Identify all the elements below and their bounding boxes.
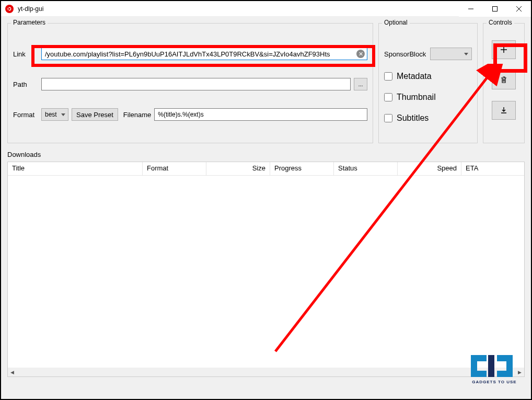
format-select[interactable]: best bbox=[41, 108, 68, 121]
optional-group: Optional SponsorBlock Metadata Thumbnail… bbox=[378, 23, 478, 143]
titlebar: yt-dlp-gui bbox=[1, 1, 531, 17]
subtitles-label: Subtitles bbox=[397, 113, 429, 123]
col-size[interactable]: Size bbox=[206, 162, 270, 175]
trash-icon bbox=[500, 76, 508, 84]
svg-rect-7 bbox=[488, 355, 494, 377]
scroll-left-icon[interactable]: ◀ bbox=[8, 368, 17, 376]
thumbnail-checkbox[interactable] bbox=[384, 93, 392, 101]
plus-icon bbox=[500, 45, 508, 54]
filename-label: Filename bbox=[123, 111, 151, 119]
download-button[interactable] bbox=[492, 101, 516, 120]
thumbnail-label: Thumbnail bbox=[397, 93, 436, 102]
subtitles-checkbox[interactable] bbox=[384, 114, 392, 122]
downloads-table: Title Format Size Progress Status Speed … bbox=[7, 162, 525, 377]
minimize-button[interactable] bbox=[459, 1, 483, 17]
controls-title: Controls bbox=[487, 19, 514, 26]
parameters-group: Parameters Link /youtube.com/playlist?li… bbox=[7, 23, 373, 143]
browse-button[interactable]: ... bbox=[354, 78, 367, 90]
col-status[interactable]: Status bbox=[334, 162, 398, 175]
link-label: Link bbox=[13, 50, 38, 58]
add-button[interactable] bbox=[492, 40, 516, 59]
download-icon bbox=[500, 106, 508, 115]
delete-button[interactable] bbox=[492, 71, 516, 89]
format-label: Format bbox=[13, 111, 38, 119]
metadata-checkbox[interactable] bbox=[384, 72, 392, 81]
clear-link-icon[interactable]: ✕ bbox=[356, 50, 365, 58]
app-title: yt-dlp-gui bbox=[18, 5, 43, 13]
col-eta[interactable]: ETA bbox=[461, 162, 524, 175]
col-progress[interactable]: Progress bbox=[270, 162, 334, 175]
metadata-label: Metadata bbox=[397, 72, 432, 81]
svg-rect-1 bbox=[493, 6, 498, 11]
col-format[interactable]: Format bbox=[143, 162, 206, 175]
controls-group: Controls bbox=[483, 23, 525, 143]
maximize-button[interactable] bbox=[483, 1, 507, 17]
app-icon bbox=[5, 5, 14, 13]
path-input[interactable] bbox=[41, 78, 351, 90]
save-preset-button[interactable]: Save Preset bbox=[72, 108, 118, 121]
close-button[interactable] bbox=[507, 1, 531, 17]
watermark: GADGETS TO USE bbox=[463, 350, 526, 393]
col-title[interactable]: Title bbox=[8, 162, 143, 175]
parameters-title: Parameters bbox=[11, 19, 48, 26]
col-speed[interactable]: Speed bbox=[398, 162, 461, 175]
sponsorblock-select[interactable] bbox=[430, 48, 472, 60]
filename-input[interactable] bbox=[154, 108, 367, 121]
horizontal-scrollbar[interactable]: ◀ ▶ bbox=[8, 368, 524, 376]
path-label: Path bbox=[13, 81, 38, 88]
optional-title: Optional bbox=[382, 19, 410, 26]
downloads-title: Downloads bbox=[7, 151, 525, 158]
link-input[interactable]: /youtube.com/playlist?list=PL6yn9bUuP16A… bbox=[41, 48, 367, 60]
sponsorblock-label: SponsorBlock bbox=[384, 50, 426, 58]
